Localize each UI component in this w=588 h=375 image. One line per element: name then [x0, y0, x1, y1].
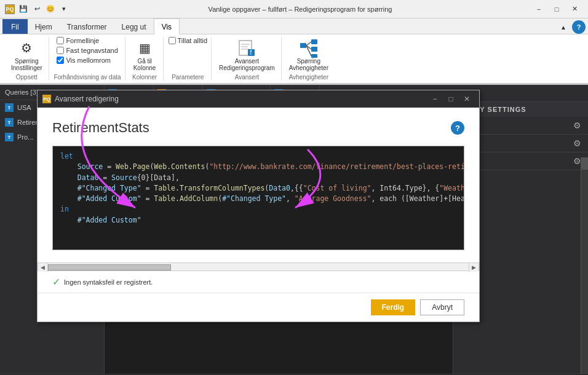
- scroll-left-button[interactable]: ◀: [38, 263, 48, 272]
- ribbon-group-avansert: f Avansert Redigeringsprogram Avansert: [213, 37, 282, 81]
- gear-icon-1[interactable]: ⚙: [573, 120, 583, 130]
- formellinje-checkbox-row[interactable]: Formellinje: [57, 37, 99, 44]
- help-button[interactable]: ?: [572, 20, 586, 34]
- modal-controls: − □ ✕: [427, 93, 474, 105]
- advanced-editor-icon: f: [237, 38, 256, 58]
- fast-tegnavstand-checkbox-row[interactable]: Fast tegnavstand: [57, 47, 117, 54]
- ribbon-group-forhandsvisning: Formellinje Fast tegnavstand Vis mellomr…: [50, 37, 125, 81]
- scrollbar-thumb[interactable]: [48, 264, 171, 270]
- svg-line-10: [306, 42, 311, 45]
- modal-status: ✓ Ingen syntaksfeil er registrert.: [38, 271, 479, 293]
- modal-title-bar: PQ Avansert redigering − □ ✕: [38, 90, 479, 108]
- modal-title-text: Avansert redigering: [55, 95, 119, 103]
- query-label-pro: Pro...: [17, 133, 33, 141]
- tab-vis[interactable]: Vis: [154, 18, 180, 34]
- modal-dialog: PQ Avansert redigering − □ ✕ RetirementS…: [37, 90, 480, 322]
- gear-icon-2[interactable]: ⚙: [573, 138, 583, 148]
- code-line-7: #"Added Custom": [60, 215, 456, 226]
- undo-qat-button[interactable]: ↩: [31, 3, 43, 15]
- minimize-button[interactable]: −: [530, 2, 547, 16]
- status-check-icon: ✓: [52, 276, 60, 288]
- code-line-2: Source = Web.Page(Web.Contents("http://w…: [60, 162, 456, 172]
- window-title: Vanlige oppgaver – fullført – Redigering…: [70, 6, 530, 13]
- ribbon-group-kolonner: ▦ Gå til Kolonne Kolonner: [127, 37, 164, 81]
- tab-legg-ut[interactable]: Legg ut: [114, 19, 154, 34]
- modal-app-icon: PQ: [42, 95, 51, 103]
- modal-footer: Ferdig Avbryt: [38, 293, 479, 322]
- save-qat-button[interactable]: 💾: [17, 3, 30, 15]
- vis-mellomrom-checkbox[interactable]: [57, 57, 64, 64]
- tab-fil[interactable]: Fil: [2, 19, 28, 34]
- modal-horizontal-scrollbar[interactable]: ◀ ▶: [38, 262, 479, 271]
- query-icon-usa: T: [5, 103, 14, 112]
- scrollbar-thumb[interactable]: [581, 157, 588, 170]
- ribbon-group-oppsett: ⚙ Spørring Innstillinger Oppsett: [5, 37, 49, 81]
- formellinje-checkbox[interactable]: [57, 37, 64, 44]
- code-line-4: #"Changed Type" = Table.TransformColumnT…: [60, 183, 456, 194]
- help-icon[interactable]: ?: [451, 121, 464, 135]
- vis-mellomrom-checkbox-row[interactable]: Vis mellomrom: [57, 57, 111, 64]
- group-label-kolonner: Kolonner: [132, 74, 157, 81]
- code-line-6: in: [60, 204, 456, 215]
- tab-hjem[interactable]: Hjem: [28, 19, 60, 34]
- main-area: Queries [3] ◀ T USA T Retirem... T Pro..…: [0, 85, 588, 374]
- svg-rect-6: [300, 43, 306, 48]
- collapse-ribbon-button[interactable]: ▲: [555, 20, 572, 34]
- ga-til-kolonne-button[interactable]: ▦ Gå til Kolonne: [131, 37, 159, 73]
- group-label-avansert: Avansert: [235, 74, 259, 81]
- modal-body: RetirementStats ? let Source = Web.Page(…: [38, 108, 479, 262]
- dependencies-icon: [299, 38, 319, 58]
- window-controls: − □ ✕: [530, 2, 583, 16]
- ribbon: Fil Hjem Transformer Legg ut Vis ▲ ? ⚙ S…: [0, 18, 588, 85]
- ribbon-content: ⚙ Spørring Innstillinger Oppsett Formell…: [0, 34, 588, 84]
- query-label-usa: USA: [17, 104, 31, 111]
- modal-close-button[interactable]: ✕: [459, 93, 474, 105]
- tillat-alltid-checkbox[interactable]: [169, 37, 176, 44]
- ribbon-tabs: Fil Hjem Transformer Legg ut Vis ▲ ?: [0, 18, 588, 34]
- maximize-button[interactable]: □: [548, 2, 565, 16]
- queries-header-label: Queries [3]: [5, 89, 38, 96]
- status-text: Ingen syntaksfeil er registrert.: [64, 278, 153, 286]
- close-button[interactable]: ✕: [566, 2, 583, 16]
- svg-text:f: f: [250, 49, 252, 56]
- modal-query-name: RetirementStats ?: [52, 120, 464, 136]
- settings-icon: ⚙: [17, 38, 36, 58]
- modal-minimize-button[interactable]: −: [427, 93, 442, 105]
- group-label-oppsett: Oppsett: [16, 74, 38, 81]
- svg-rect-8: [311, 47, 317, 52]
- ferdig-button[interactable]: Ferdig: [371, 299, 416, 315]
- query-icon-pro: T: [5, 133, 14, 141]
- avbryt-button[interactable]: Avbryt: [420, 299, 464, 315]
- emoji-qat-button[interactable]: 😊: [44, 3, 57, 15]
- code-line-1: let: [60, 151, 456, 162]
- code-editor[interactable]: let Source = Web.Page(Web.Contents("http…: [52, 146, 464, 250]
- spørring-innstillinger-button[interactable]: ⚙ Spørring Innstillinger: [9, 37, 45, 73]
- modal-maximize-button[interactable]: □: [443, 93, 458, 105]
- svg-rect-7: [311, 39, 317, 44]
- ribbon-group-parametere: Tillat alltid Parametere: [165, 37, 212, 81]
- avansert-redigeringsprogram-button[interactable]: f Avansert Redigeringsprogram: [217, 37, 277, 73]
- grid-icon: ▦: [135, 38, 154, 58]
- group-label-forhandsvisning: Forhåndsvisning av data: [54, 74, 121, 81]
- ribbon-group-avhengigheter: Spørring Avhengigheter Avhengigheter: [283, 37, 335, 81]
- quick-access-toolbar: 💾 ↩ 😊 ▾: [17, 3, 70, 15]
- app-icon: PQ: [5, 4, 15, 14]
- group-label-avhengigheter: Avhengigheter: [289, 74, 328, 81]
- spørring-avhengigheter-button[interactable]: Spørring Avhengigheter: [287, 37, 331, 73]
- group-label-parametere: Parametere: [172, 74, 204, 81]
- fast-tegnavstand-checkbox[interactable]: [57, 47, 64, 54]
- scroll-right-button[interactable]: ▶: [469, 263, 479, 272]
- title-bar: PQ 💾 ↩ 😊 ▾ Vanlige oppgaver – fullført –…: [0, 0, 588, 18]
- code-line-3: Data0 = Source{0}[Data],: [60, 173, 456, 183]
- query-icon-retirement: T: [5, 118, 14, 127]
- tillat-alltid-checkbox-row[interactable]: Tillat alltid: [169, 37, 208, 44]
- tab-transformer[interactable]: Transformer: [60, 19, 114, 34]
- code-line-5: #"Added Custom" = Table.AddColumn(#"Chan…: [60, 194, 456, 204]
- more-qat-button[interactable]: ▾: [58, 3, 70, 15]
